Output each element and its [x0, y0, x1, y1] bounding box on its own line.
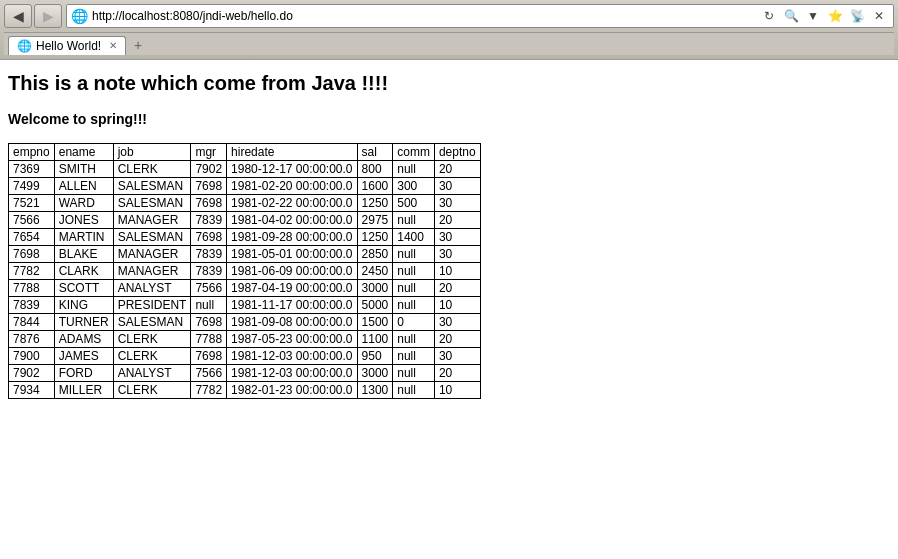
table-cell: 7698 — [191, 229, 227, 246]
table-cell: 2975 — [357, 212, 393, 229]
table-cell: 10 — [434, 382, 480, 399]
table-cell: 1981-09-28 00:00:00.0 — [227, 229, 357, 246]
table-cell: 7566 — [9, 212, 55, 229]
table-cell: SMITH — [54, 161, 113, 178]
table-cell: 7698 — [191, 178, 227, 195]
search-icon[interactable]: 🔍 — [781, 6, 801, 26]
bookmark-icon[interactable]: ⭐ — [825, 6, 845, 26]
table-cell: 1981-05-01 00:00:00.0 — [227, 246, 357, 263]
table-cell: null — [393, 212, 435, 229]
table-cell: 1100 — [357, 331, 393, 348]
table-cell: PRESIDENT — [113, 297, 191, 314]
table-cell: 7934 — [9, 382, 55, 399]
table-header-row: empno ename job mgr hiredate sal comm de… — [9, 144, 481, 161]
table-cell: KING — [54, 297, 113, 314]
tab-add-button[interactable]: + — [128, 35, 148, 55]
browser-tab[interactable]: 🌐 Hello World! ✕ — [8, 36, 126, 55]
nav-buttons: ◀ ▶ — [4, 4, 62, 28]
table-cell: 5000 — [357, 297, 393, 314]
table-cell: 1982-01-23 00:00:00.0 — [227, 382, 357, 399]
table-cell: 7782 — [191, 382, 227, 399]
table-cell: ALLEN — [54, 178, 113, 195]
table-cell: 7788 — [191, 331, 227, 348]
col-empno: empno — [9, 144, 55, 161]
table-row: 7902FORDANALYST75661981-12-03 00:00:00.0… — [9, 365, 481, 382]
refresh-icon[interactable]: ↻ — [759, 6, 779, 26]
table-cell: 7369 — [9, 161, 55, 178]
table-cell: 1981-04-02 00:00:00.0 — [227, 212, 357, 229]
table-cell: 1981-02-22 00:00:00.0 — [227, 195, 357, 212]
table-cell: 20 — [434, 365, 480, 382]
tab-close-button[interactable]: ✕ — [109, 40, 117, 51]
address-input[interactable] — [92, 9, 755, 23]
rss-icon[interactable]: 📡 — [847, 6, 867, 26]
table-row: 7369SMITHCLERK79021980-12-17 00:00:00.08… — [9, 161, 481, 178]
table-cell: MANAGER — [113, 212, 191, 229]
table-cell: 7844 — [9, 314, 55, 331]
table-cell: 30 — [434, 314, 480, 331]
table-cell: null — [393, 161, 435, 178]
table-cell: 20 — [434, 280, 480, 297]
main-title: This is a note which come from Java !!!! — [8, 72, 890, 95]
table-cell: 30 — [434, 229, 480, 246]
table-cell: 7839 — [191, 263, 227, 280]
table-cell: 30 — [434, 246, 480, 263]
back-button[interactable]: ◀ — [4, 4, 32, 28]
menu-icon[interactable]: ▼ — [803, 6, 823, 26]
table-cell: 1250 — [357, 195, 393, 212]
table-cell: MILLER — [54, 382, 113, 399]
table-cell: 20 — [434, 161, 480, 178]
table-cell: null — [393, 246, 435, 263]
table-cell: 7566 — [191, 280, 227, 297]
table-cell: 1980-12-17 00:00:00.0 — [227, 161, 357, 178]
table-cell: 7902 — [9, 365, 55, 382]
table-cell: CLARK — [54, 263, 113, 280]
table-row: 7698BLAKEMANAGER78391981-05-01 00:00:00.… — [9, 246, 481, 263]
table-cell: CLERK — [113, 382, 191, 399]
table-cell: SALESMAN — [113, 178, 191, 195]
table-cell: 1981-11-17 00:00:00.0 — [227, 297, 357, 314]
table-row: 7499ALLENSALESMAN76981981-02-20 00:00:00… — [9, 178, 481, 195]
table-cell: 300 — [393, 178, 435, 195]
table-row: 7782CLARKMANAGER78391981-06-09 00:00:00.… — [9, 263, 481, 280]
col-mgr: mgr — [191, 144, 227, 161]
table-cell: 20 — [434, 331, 480, 348]
table-cell: null — [393, 331, 435, 348]
table-cell: 30 — [434, 348, 480, 365]
table-row: 7521WARDSALESMAN76981981-02-22 00:00:00.… — [9, 195, 481, 212]
table-cell: CLERK — [113, 331, 191, 348]
col-hiredate: hiredate — [227, 144, 357, 161]
table-cell: 1500 — [357, 314, 393, 331]
table-cell: 0 — [393, 314, 435, 331]
table-cell: MARTIN — [54, 229, 113, 246]
tab-bar: 🌐 Hello World! ✕ + — [4, 32, 894, 55]
col-ename: ename — [54, 144, 113, 161]
table-row: 7566JONESMANAGER78391981-04-02 00:00:00.… — [9, 212, 481, 229]
table-row: 7934MILLERCLERK77821982-01-23 00:00:00.0… — [9, 382, 481, 399]
table-cell: ADAMS — [54, 331, 113, 348]
table-cell: 30 — [434, 195, 480, 212]
table-cell: null — [393, 382, 435, 399]
table-cell: 7839 — [9, 297, 55, 314]
welcome-text: Welcome to spring!!! — [8, 111, 890, 127]
table-cell: 3000 — [357, 365, 393, 382]
table-cell: 7698 — [191, 348, 227, 365]
table-cell: SALESMAN — [113, 229, 191, 246]
col-deptno: deptno — [434, 144, 480, 161]
data-table: empno ename job mgr hiredate sal comm de… — [8, 143, 481, 399]
table-cell: 950 — [357, 348, 393, 365]
table-cell: null — [393, 263, 435, 280]
table-cell: WARD — [54, 195, 113, 212]
table-cell: 10 — [434, 297, 480, 314]
col-sal: sal — [357, 144, 393, 161]
table-cell: 1981-06-09 00:00:00.0 — [227, 263, 357, 280]
table-cell: 1300 — [357, 382, 393, 399]
table-cell: FORD — [54, 365, 113, 382]
table-cell: 7900 — [9, 348, 55, 365]
table-cell: BLAKE — [54, 246, 113, 263]
table-cell: 1987-05-23 00:00:00.0 — [227, 331, 357, 348]
table-row: 7844TURNERSALESMAN76981981-09-08 00:00:0… — [9, 314, 481, 331]
forward-button[interactable]: ▶ — [34, 4, 62, 28]
stop-icon[interactable]: ✕ — [869, 6, 889, 26]
table-row: 7900JAMESCLERK76981981-12-03 00:00:00.09… — [9, 348, 481, 365]
